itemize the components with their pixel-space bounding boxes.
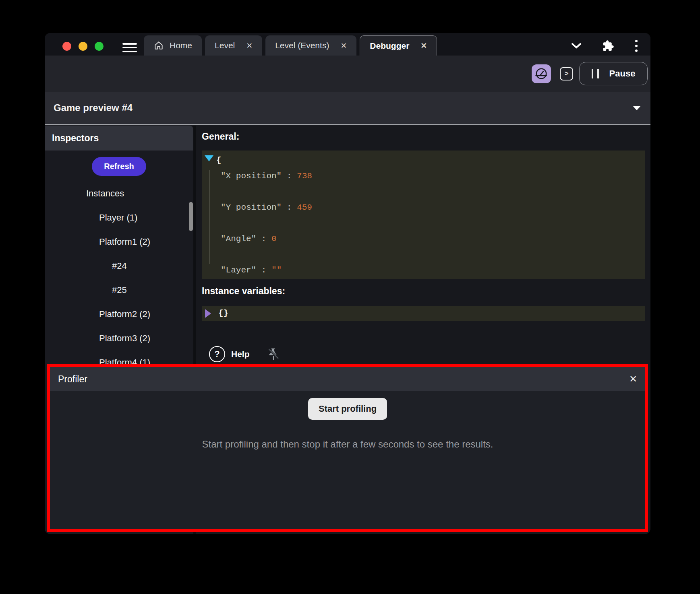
- tree-item[interactable]: Instances: [45, 182, 193, 206]
- tree-item[interactable]: Platform2 (2): [45, 302, 193, 326]
- json-tree-guideline: [209, 170, 210, 264]
- home-icon: [153, 40, 164, 51]
- tree-item-label: Platform1 (2): [99, 237, 150, 247]
- help-button-label: Help: [231, 349, 250, 359]
- console-icon: >: [564, 70, 568, 78]
- tab-strip: Home ✕ Level ✕: [144, 35, 437, 56]
- tree-item[interactable]: Platform3 (2): [45, 326, 193, 351]
- tree-item[interactable]: Platform1 (2): [45, 230, 193, 254]
- help-button[interactable]: ? Help: [209, 346, 250, 362]
- pin-off-icon: [266, 346, 281, 362]
- console-button[interactable]: >: [560, 67, 573, 80]
- debugger-window: Home ✕ Level ✕: [45, 33, 650, 534]
- close-icon[interactable]: ✕: [246, 41, 253, 50]
- tree-item-label: Platform2 (2): [99, 309, 150, 320]
- profiler-title: Profiler: [58, 374, 87, 385]
- titlebar-actions: [571, 39, 638, 53]
- tree-item-label: Player (1): [99, 212, 137, 223]
- profiler-body: Start profiling Start profiling and then…: [50, 391, 645, 529]
- pause-icon: [592, 69, 599, 78]
- tab-label: Debugger: [370, 41, 409, 51]
- tab[interactable]: Debugger ✕: [360, 35, 437, 56]
- game-preview-label: Game preview #4: [54, 102, 133, 113]
- json-value[interactable]: 0: [271, 234, 277, 243]
- inspectors-header: Inspectors: [45, 126, 193, 151]
- sidebar-scrollbar[interactable]: [189, 202, 193, 231]
- minimize-window-button[interactable]: [79, 42, 87, 51]
- traffic-lights: [62, 42, 104, 51]
- tab[interactable]: Level ✕: [205, 35, 262, 56]
- json-key: "Angle": [221, 234, 256, 243]
- general-section-title: General:: [202, 131, 650, 143]
- tab-label: Level (Events): [275, 41, 329, 50]
- inspectors-title: Inspectors: [52, 133, 99, 144]
- tree-item[interactable]: #25: [45, 278, 193, 302]
- json-value[interactable]: "": [271, 266, 282, 275]
- profiler-toggle-button[interactable]: [532, 64, 551, 83]
- json-colon: :: [282, 171, 297, 181]
- tree-item-label: #24: [112, 261, 127, 271]
- json-property-row: "Layer" : "": [202, 262, 645, 279]
- instance-variables-viewer: {}: [202, 306, 645, 321]
- json-key: "Layer": [221, 266, 256, 275]
- tab[interactable]: Level (Events) ✕: [265, 35, 356, 56]
- tab-label: Level: [215, 41, 235, 50]
- chevron-down-icon[interactable]: [571, 42, 582, 50]
- profiler-header: Profiler ✕: [50, 367, 645, 391]
- json-property-row: "Angle" : 0: [202, 231, 645, 262]
- puzzle-icon[interactable]: [602, 40, 614, 52]
- start-profiling-button[interactable]: Start profiling: [308, 398, 387, 420]
- debugger-toolbar: > Pause: [45, 56, 650, 92]
- tab[interactable]: Home ✕: [144, 35, 202, 56]
- instance-variables-title: Instance variables:: [202, 286, 650, 298]
- pause-button-label: Pause: [609, 68, 636, 79]
- pause-button[interactable]: Pause: [579, 62, 648, 85]
- json-property-row: "Y position" : 459: [202, 200, 645, 231]
- zoom-window-button[interactable]: [95, 42, 104, 51]
- close-window-button[interactable]: [62, 42, 71, 51]
- refresh-button[interactable]: Refresh: [92, 157, 146, 176]
- kebab-menu-icon[interactable]: [634, 39, 638, 53]
- menu-icon[interactable]: [122, 43, 137, 55]
- tree-item[interactable]: Player (1): [45, 206, 193, 230]
- json-colon: :: [256, 234, 271, 243]
- pin-toggle-button[interactable]: [266, 346, 281, 362]
- json-value[interactable]: 459: [297, 203, 312, 212]
- collapse-arrow-icon[interactable]: [205, 309, 211, 318]
- close-icon[interactable]: ✕: [340, 41, 347, 50]
- profiler-close-button[interactable]: ✕: [629, 373, 637, 385]
- instances-tree: Instances Player (1) Platform1 (2) #24: [45, 182, 193, 375]
- profiler-gauge-icon: [534, 67, 548, 80]
- json-open-brace: {: [202, 153, 645, 168]
- tree-item-label: #25: [112, 285, 127, 295]
- close-icon: ✕: [629, 373, 637, 384]
- help-row: ? Help: [202, 346, 650, 363]
- profiler-hint-text: Start profiling and then stop it after a…: [202, 439, 493, 450]
- json-property-row: "X position" : 738: [202, 168, 645, 200]
- dropdown-arrow-icon: [632, 105, 642, 111]
- json-value[interactable]: 738: [297, 171, 312, 181]
- general-json-viewer: { "X position" : 738 "Y position" : 459 …: [202, 151, 645, 279]
- game-preview-selector[interactable]: Game preview #4: [45, 92, 650, 125]
- expand-arrow-icon[interactable]: [205, 155, 213, 161]
- json-rows: "X position" : 738 "Y position" : 459 "A…: [202, 168, 645, 279]
- json-key: "Y position": [221, 203, 282, 212]
- tree-item-label: Instances: [86, 188, 124, 199]
- tab-bar: Home ✕ Level ✕: [45, 33, 650, 56]
- instance-variables-value: {}: [218, 309, 228, 318]
- tree-item[interactable]: #24: [45, 254, 193, 278]
- close-icon[interactable]: ✕: [420, 41, 427, 50]
- json-colon: :: [282, 203, 297, 212]
- tree-item-label: Platform3 (2): [99, 333, 150, 344]
- profiler-panel: Profiler ✕ Start profiling Start profili…: [47, 364, 648, 532]
- help-icon: ?: [209, 346, 225, 362]
- json-key: "X position": [221, 171, 282, 181]
- tab-label: Home: [170, 41, 192, 50]
- json-colon: :: [256, 266, 271, 275]
